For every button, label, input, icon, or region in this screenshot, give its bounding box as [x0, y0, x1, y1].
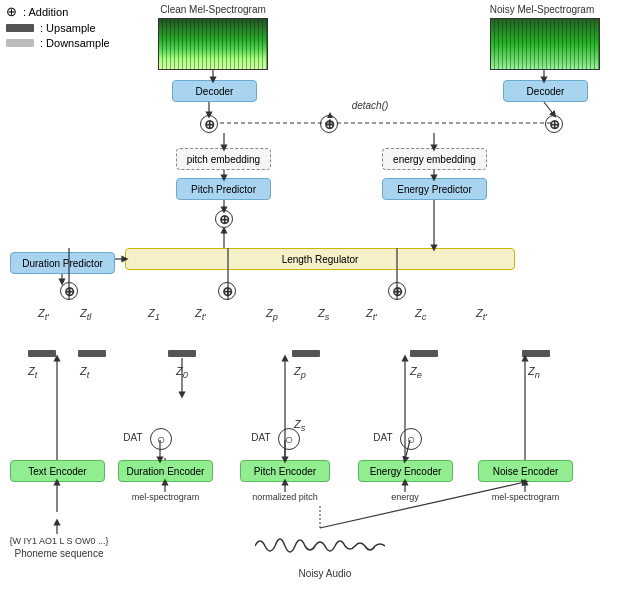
decoder2-label: Decoder	[527, 86, 565, 97]
text-encoder-label: Text Encoder	[28, 466, 86, 477]
length-regulator-box: Length Regulator	[125, 248, 515, 270]
energy-embedding-label: energy embedding	[393, 154, 476, 165]
duration-predictor-box: Duration Predictor	[10, 252, 115, 274]
upsample-bar-3	[168, 350, 196, 357]
upsample-symbol	[6, 24, 34, 32]
energy-encoder-box: Energy Encoder	[358, 460, 453, 482]
addition-circle-lr2: ⊕	[218, 282, 236, 300]
noisy-spectrogram	[490, 18, 600, 70]
dat-label-3: DAT	[368, 432, 398, 443]
clean-spectrogram	[158, 18, 268, 70]
addition-circle-lr3: ⊕	[388, 282, 406, 300]
addition-circle-lr1: ⊕	[60, 282, 78, 300]
z-label-bot-0: Z0	[176, 365, 188, 380]
mel-spec-label-2: mel-spectrogram	[478, 492, 573, 502]
z-label-p1: Zp	[266, 307, 278, 322]
upsample-label: : Upsample	[40, 22, 96, 34]
addition-circle-pitch: ⊕	[215, 210, 233, 228]
z-label-tt4: Zt'	[476, 307, 487, 322]
energy-label: energy	[375, 492, 435, 502]
addition-symbol: ⊕	[6, 4, 17, 19]
energy-predictor-label: Energy Predictor	[397, 184, 471, 195]
pitch-encoder-label: Pitch Encoder	[254, 466, 316, 477]
text-encoder-box: Text Encoder	[10, 460, 105, 482]
dat-circle-1: ○	[150, 428, 172, 450]
noisy-spectrogram-label: Noisy Mel-Spectrogram	[482, 4, 602, 15]
pitch-embedding-box: pitch embedding	[176, 148, 271, 170]
clean-spectrogram-label: Clean Mel-Spectrogram	[158, 4, 268, 15]
phoneme-label: Phoneme sequence	[4, 548, 114, 559]
z-label-bot-t2: Zt	[80, 365, 89, 380]
dat-label-1: DAT	[118, 432, 148, 443]
z-label-tl: Ztl	[80, 307, 91, 322]
downsample-symbol	[6, 39, 34, 47]
duration-predictor-label: Duration Predictor	[22, 258, 103, 269]
pitch-encoder-box: Pitch Encoder	[240, 460, 330, 482]
z-label-tt3: Zt'	[366, 307, 377, 322]
upsample-bar-5	[410, 350, 438, 357]
z-label-bot-e: Ze	[410, 365, 422, 380]
energy-encoder-label: Energy Encoder	[370, 466, 442, 477]
pitch-predictor-box: Pitch Predictor	[176, 178, 271, 200]
waveform-svg	[255, 528, 385, 564]
energy-predictor-box: Energy Predictor	[382, 178, 487, 200]
addition-label: : Addition	[23, 6, 68, 18]
addition-circle-2: ⊕	[320, 115, 338, 133]
z-label-bot-p: Zp	[294, 365, 306, 380]
legend: ⊕ : Addition : Upsample : Downsample	[6, 4, 110, 52]
z-label-bot-n: Zn	[528, 365, 540, 380]
decoder2-box: Decoder	[503, 80, 588, 102]
pitch-embedding-label: pitch embedding	[187, 154, 260, 165]
svg-line-3	[544, 102, 554, 115]
normalized-pitch-label: normalized pitch	[240, 492, 330, 502]
upsample-bar-2	[78, 350, 106, 357]
upsample-bar-4	[292, 350, 320, 357]
z-label-s1: Zs	[318, 307, 329, 322]
detach-label: detach()	[330, 100, 410, 111]
upsample-bar-6	[522, 350, 550, 357]
downsample-label: : Downsample	[40, 37, 110, 49]
dat-circle-2: ○	[278, 428, 300, 450]
z-label-tt1: Zt'	[38, 307, 49, 322]
addition-circle-1: ⊕	[200, 115, 218, 133]
noise-encoder-box: Noise Encoder	[478, 460, 573, 482]
length-regulator-label: Length Regulator	[282, 254, 359, 265]
dat-label-2: DAT	[246, 432, 276, 443]
phoneme-text: {W IY1 AO1 L S OW0 ...}	[4, 536, 114, 546]
addition-circle-3: ⊕	[545, 115, 563, 133]
mel-spec-label-1: mel-spectrogram	[118, 492, 213, 502]
duration-encoder-box: Duration Encoder	[118, 460, 213, 482]
noise-encoder-label: Noise Encoder	[493, 466, 559, 477]
duration-encoder-label: Duration Encoder	[127, 466, 205, 477]
decoder1-label: Decoder	[196, 86, 234, 97]
energy-embedding-box: energy embedding	[382, 148, 487, 170]
svg-line-31	[320, 482, 525, 528]
decoder1-box: Decoder	[172, 80, 257, 102]
pitch-predictor-label: Pitch Predictor	[191, 184, 256, 195]
z-label-c: Zc	[415, 307, 426, 322]
z-label-1: Z1	[148, 307, 160, 322]
z-label-tt2: Zt'	[195, 307, 206, 322]
dat-circle-3: ○	[400, 428, 422, 450]
z-label-bot-t1: Zt	[28, 365, 37, 380]
upsample-bar-1	[28, 350, 56, 357]
noisy-audio-label: Noisy Audio	[270, 568, 380, 579]
waveform-container	[255, 528, 385, 564]
